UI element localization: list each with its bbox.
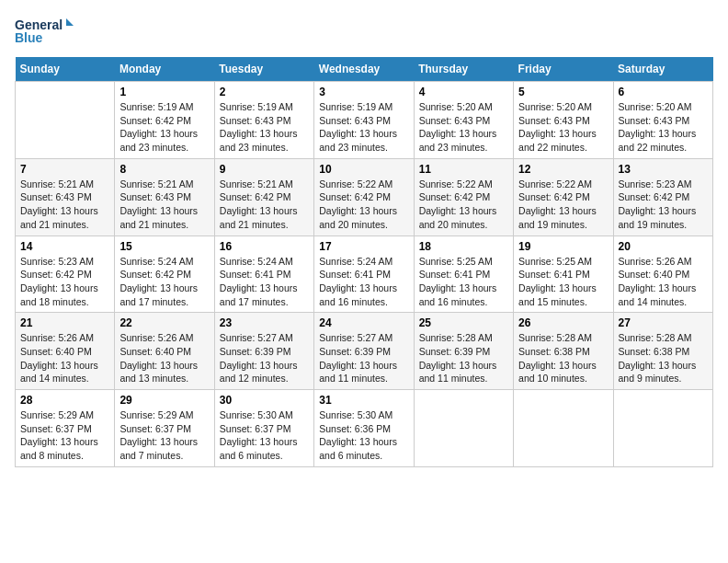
day-number: 22 [119,316,209,329]
cell-content: Sunrise: 5:20 AM Sunset: 6:43 PM Dayligh… [619,100,708,155]
cell-content: Sunrise: 5:21 AM Sunset: 6:43 PM Dayligh… [119,178,209,232]
day-number: 15 [119,240,209,253]
calendar-cell: 24Sunrise: 5:27 AM Sunset: 6:39 PM Dayli… [314,313,414,390]
day-number: 25 [419,316,508,329]
cell-content: Sunrise: 5:24 AM Sunset: 6:41 PM Dayligh… [319,255,408,309]
day-number: 12 [518,163,608,176]
cell-content: Sunrise: 5:21 AM Sunset: 6:42 PM Dayligh… [220,178,309,232]
day-number: 10 [319,163,408,176]
cell-content: Sunrise: 5:24 AM Sunset: 6:42 PM Dayligh… [119,255,209,309]
cell-content: Sunrise: 5:28 AM Sunset: 6:39 PM Dayligh… [419,331,508,385]
day-number: 14 [20,240,109,253]
cell-content: Sunrise: 5:25 AM Sunset: 6:41 PM Dayligh… [518,255,608,309]
calendar-cell: 30Sunrise: 5:30 AM Sunset: 6:37 PM Dayli… [214,390,313,467]
svg-marker-2 [66,18,74,26]
calendar-cell: 19Sunrise: 5:25 AM Sunset: 6:41 PM Dayli… [514,236,613,313]
day-number: 19 [518,240,608,253]
cell-content: Sunrise: 5:26 AM Sunset: 6:40 PM Dayligh… [619,255,708,309]
svg-text:Blue: Blue [15,30,43,45]
cell-content: Sunrise: 5:28 AM Sunset: 6:38 PM Dayligh… [619,331,708,385]
calendar-cell [16,82,115,159]
day-number: 31 [319,394,408,407]
cell-content: Sunrise: 5:20 AM Sunset: 6:43 PM Dayligh… [518,100,608,155]
calendar-cell: 14Sunrise: 5:23 AM Sunset: 6:42 PM Dayli… [16,236,115,313]
header-sunday: Sunday [16,57,115,82]
day-number: 23 [220,316,309,329]
day-number: 1 [119,86,209,98]
week-row-0: 1Sunrise: 5:19 AM Sunset: 6:42 PM Daylig… [16,82,713,159]
page-header: GeneralBlue [15,15,713,48]
day-number: 9 [220,163,309,176]
day-number: 16 [220,240,309,253]
calendar-cell: 18Sunrise: 5:25 AM Sunset: 6:41 PM Dayli… [414,236,513,313]
calendar-cell: 4Sunrise: 5:20 AM Sunset: 6:43 PM Daylig… [414,82,513,159]
cell-content: Sunrise: 5:19 AM Sunset: 6:43 PM Dayligh… [319,100,408,155]
calendar-cell: 13Sunrise: 5:23 AM Sunset: 6:42 PM Dayli… [613,158,712,236]
cell-content: Sunrise: 5:27 AM Sunset: 6:39 PM Dayligh… [319,331,408,385]
logo: GeneralBlue [15,15,88,48]
cell-content: Sunrise: 5:22 AM Sunset: 6:42 PM Dayligh… [319,178,408,232]
calendar-table: SundayMondayTuesdayWednesdayThursdayFrid… [15,57,713,467]
cell-content: Sunrise: 5:30 AM Sunset: 6:36 PM Dayligh… [319,408,408,463]
cell-content: Sunrise: 5:28 AM Sunset: 6:38 PM Dayligh… [518,331,608,385]
cell-content: Sunrise: 5:19 AM Sunset: 6:42 PM Dayligh… [119,100,209,155]
day-number: 6 [619,86,708,98]
calendar-cell: 6Sunrise: 5:20 AM Sunset: 6:43 PM Daylig… [613,82,712,159]
cell-content: Sunrise: 5:26 AM Sunset: 6:40 PM Dayligh… [119,331,209,385]
day-number: 21 [20,316,109,329]
calendar-cell: 31Sunrise: 5:30 AM Sunset: 6:36 PM Dayli… [314,390,414,467]
cell-content: Sunrise: 5:22 AM Sunset: 6:42 PM Dayligh… [419,178,508,232]
day-number: 20 [619,240,708,253]
calendar-cell: 27Sunrise: 5:28 AM Sunset: 6:38 PM Dayli… [613,313,712,390]
week-row-2: 14Sunrise: 5:23 AM Sunset: 6:42 PM Dayli… [16,236,713,313]
day-number: 13 [619,163,708,176]
calendar-cell: 2Sunrise: 5:19 AM Sunset: 6:43 PM Daylig… [214,82,313,159]
calendar-cell: 5Sunrise: 5:20 AM Sunset: 6:43 PM Daylig… [514,82,613,159]
day-number: 30 [220,394,309,407]
calendar-cell: 8Sunrise: 5:21 AM Sunset: 6:43 PM Daylig… [115,158,214,236]
day-number: 18 [419,240,508,253]
cell-content: Sunrise: 5:27 AM Sunset: 6:39 PM Dayligh… [220,331,309,385]
day-number: 3 [319,86,408,98]
day-number: 29 [119,394,209,407]
day-number: 8 [119,163,209,176]
calendar-cell: 23Sunrise: 5:27 AM Sunset: 6:39 PM Dayli… [214,313,313,390]
header-saturday: Saturday [613,57,712,82]
calendar-cell: 12Sunrise: 5:22 AM Sunset: 6:42 PM Dayli… [514,158,613,236]
calendar-cell: 29Sunrise: 5:29 AM Sunset: 6:37 PM Dayli… [115,390,214,467]
cell-content: Sunrise: 5:23 AM Sunset: 6:42 PM Dayligh… [619,178,708,232]
week-row-1: 7Sunrise: 5:21 AM Sunset: 6:43 PM Daylig… [16,158,713,236]
cell-content: Sunrise: 5:19 AM Sunset: 6:43 PM Dayligh… [220,100,309,155]
cell-content: Sunrise: 5:22 AM Sunset: 6:42 PM Dayligh… [518,178,608,232]
calendar-cell: 28Sunrise: 5:29 AM Sunset: 6:37 PM Dayli… [16,390,115,467]
calendar-cell [514,390,613,467]
cell-content: Sunrise: 5:29 AM Sunset: 6:37 PM Dayligh… [20,408,109,463]
header-tuesday: Tuesday [214,57,313,82]
calendar-cell: 22Sunrise: 5:26 AM Sunset: 6:40 PM Dayli… [115,313,214,390]
calendar-cell: 9Sunrise: 5:21 AM Sunset: 6:42 PM Daylig… [214,158,313,236]
calendar-cell: 15Sunrise: 5:24 AM Sunset: 6:42 PM Dayli… [115,236,214,313]
calendar-cell: 1Sunrise: 5:19 AM Sunset: 6:42 PM Daylig… [115,82,214,159]
header-row: SundayMondayTuesdayWednesdayThursdayFrid… [16,57,713,82]
calendar-cell: 3Sunrise: 5:19 AM Sunset: 6:43 PM Daylig… [314,82,414,159]
calendar-cell: 7Sunrise: 5:21 AM Sunset: 6:43 PM Daylig… [16,158,115,236]
header-thursday: Thursday [414,57,513,82]
cell-content: Sunrise: 5:29 AM Sunset: 6:37 PM Dayligh… [119,408,209,463]
header-wednesday: Wednesday [314,57,414,82]
cell-content: Sunrise: 5:23 AM Sunset: 6:42 PM Dayligh… [20,255,109,309]
day-number: 4 [419,86,508,98]
day-number: 2 [220,86,309,98]
day-number: 17 [319,240,408,253]
calendar-cell: 17Sunrise: 5:24 AM Sunset: 6:41 PM Dayli… [314,236,414,313]
day-number: 26 [518,316,608,329]
header-friday: Friday [514,57,613,82]
day-number: 5 [518,86,608,98]
cell-content: Sunrise: 5:24 AM Sunset: 6:41 PM Dayligh… [220,255,309,309]
week-row-4: 28Sunrise: 5:29 AM Sunset: 6:37 PM Dayli… [16,390,713,467]
week-row-3: 21Sunrise: 5:26 AM Sunset: 6:40 PM Dayli… [16,313,713,390]
calendar-cell: 20Sunrise: 5:26 AM Sunset: 6:40 PM Dayli… [613,236,712,313]
header-monday: Monday [115,57,214,82]
calendar-cell: 11Sunrise: 5:22 AM Sunset: 6:42 PM Dayli… [414,158,513,236]
cell-content: Sunrise: 5:25 AM Sunset: 6:41 PM Dayligh… [419,255,508,309]
calendar-cell: 25Sunrise: 5:28 AM Sunset: 6:39 PM Dayli… [414,313,513,390]
